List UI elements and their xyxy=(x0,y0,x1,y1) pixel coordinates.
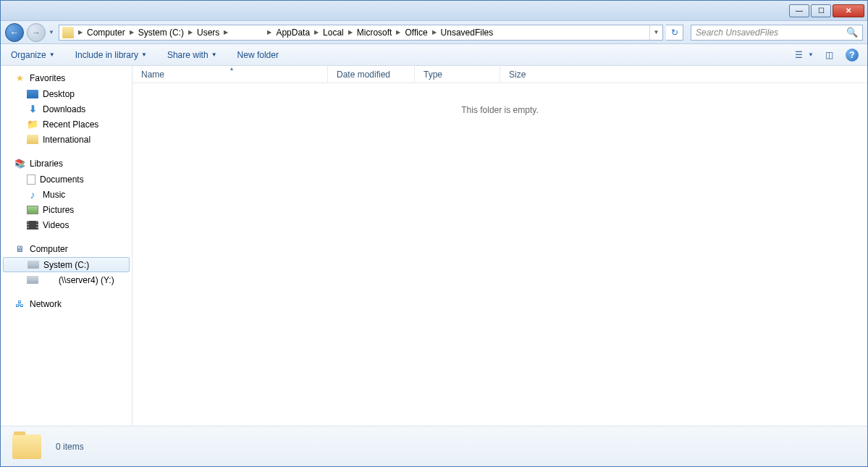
column-header-date[interactable]: Date modified xyxy=(328,66,415,83)
back-button[interactable]: ← xyxy=(5,23,24,42)
navigation-bar: ← → ▼ ▶ Computer ▶ System (C:) ▶ Users ▶… xyxy=(1,21,867,44)
view-icon: ☰ xyxy=(795,50,803,60)
music-icon: ♪ xyxy=(27,189,38,201)
breadcrumb-microsoft[interactable]: Microsoft xyxy=(354,25,395,40)
arrow-left-icon: ← xyxy=(10,28,19,38)
nav-item-international[interactable]: International xyxy=(1,132,132,147)
column-header-name[interactable]: Name xyxy=(132,66,328,83)
breadcrumb-sep[interactable]: ▶ xyxy=(395,29,402,35)
include-in-library-button[interactable]: Include in library ▼ xyxy=(72,48,150,62)
nav-item-videos[interactable]: Videos xyxy=(1,217,132,232)
libraries-icon: 📚 xyxy=(14,158,25,169)
toolbar-right: ☰ ▼ ◫ ? xyxy=(791,47,860,63)
nav-item-music[interactable]: ♪ Music xyxy=(1,187,132,202)
nav-item-pictures[interactable]: Pictures xyxy=(1,202,132,217)
breadcrumb-unsavedfiles[interactable]: UnsavedFiles xyxy=(438,25,497,40)
nav-item-label: Documents xyxy=(40,174,84,185)
help-icon: ? xyxy=(846,49,859,62)
breadcrumb-sep[interactable]: ▶ xyxy=(187,29,194,35)
computer-icon: 🖥 xyxy=(14,243,25,255)
pictures-icon xyxy=(27,206,38,214)
share-with-button[interactable]: Share with ▼ xyxy=(164,48,220,62)
computer-header[interactable]: 🖥 Computer xyxy=(1,241,132,257)
refresh-button[interactable]: ↻ xyxy=(666,25,683,41)
favorites-header[interactable]: ★ Favorites xyxy=(1,70,132,86)
chevron-down-icon: ▼ xyxy=(49,51,55,58)
chevron-down-icon: ▼ xyxy=(211,51,217,58)
drive-icon xyxy=(28,261,39,269)
empty-folder-message: This folder is empty. xyxy=(132,83,867,115)
nav-item-documents[interactable]: Documents xyxy=(1,172,132,187)
arrow-right-icon: → xyxy=(32,28,41,38)
close-button[interactable]: ✕ xyxy=(833,4,864,17)
breadcrumb-local[interactable]: Local xyxy=(320,25,347,40)
search-input[interactable]: Search UnsavedFiles 🔍 xyxy=(691,25,863,41)
command-toolbar: Organize ▼ Include in library ▼ Share wi… xyxy=(1,44,867,66)
folder-icon xyxy=(62,27,74,38)
network-drive-icon xyxy=(27,276,38,284)
item-count-text: 0 items xyxy=(56,442,84,452)
column-header-type[interactable]: Type xyxy=(415,66,500,83)
column-label: Type xyxy=(424,70,442,80)
breadcrumb-users[interactable]: Users xyxy=(194,25,222,40)
search-placeholder: Search UnsavedFiles xyxy=(696,28,778,38)
column-header-size[interactable]: Size xyxy=(500,66,558,83)
preview-pane-button[interactable]: ◫ xyxy=(821,47,837,63)
nav-item-label: Downloads xyxy=(43,104,85,114)
window-titlebar: — ☐ ✕ xyxy=(1,1,867,21)
organize-button[interactable]: Organize ▼ xyxy=(8,48,58,62)
forward-button[interactable]: → xyxy=(27,23,46,42)
nav-item-label: International xyxy=(43,135,90,145)
download-icon: ⬇ xyxy=(27,104,38,115)
newfolder-label: New folder xyxy=(237,50,279,60)
breadcrumb-sep[interactable]: ▶ xyxy=(222,29,229,35)
preview-pane-icon: ◫ xyxy=(825,50,833,60)
breadcrumb-appdata[interactable]: AppData xyxy=(273,25,313,40)
address-bar[interactable]: ▶ Computer ▶ System (C:) ▶ Users ▶ ▶ App… xyxy=(59,25,663,41)
breadcrumb-sep[interactable]: ▶ xyxy=(128,29,135,35)
change-view-button[interactable]: ☰ xyxy=(791,47,806,63)
nav-item-label: System (C:) xyxy=(43,260,89,270)
refresh-icon: ↻ xyxy=(671,28,678,38)
close-icon: ✕ xyxy=(846,7,851,14)
navigation-pane: ★ Favorites Desktop ⬇ Downloads 📁 Recent… xyxy=(1,66,132,426)
breadcrumb-sep[interactable]: ▶ xyxy=(313,29,320,35)
breadcrumb-sep[interactable]: ▶ xyxy=(266,29,273,35)
breadcrumb-computer[interactable]: Computer xyxy=(84,25,128,40)
chevron-down-icon: ▼ xyxy=(141,51,147,58)
nav-item-system-c[interactable]: System (C:) xyxy=(3,257,130,272)
breadcrumb-sep[interactable]: ▶ xyxy=(431,29,438,35)
history-dropdown[interactable]: ▼ xyxy=(49,29,56,35)
nav-item-downloads[interactable]: ⬇ Downloads xyxy=(1,101,132,117)
share-label: Share with xyxy=(167,50,208,60)
maximize-icon: ☐ xyxy=(818,7,825,14)
nav-item-recent-places[interactable]: 📁 Recent Places xyxy=(1,117,132,132)
nav-item-desktop[interactable]: Desktop xyxy=(1,86,132,101)
libraries-header[interactable]: 📚 Libraries xyxy=(1,156,132,172)
include-label: Include in library xyxy=(75,50,138,60)
favorites-label: Favorites xyxy=(30,73,65,83)
folder-icon xyxy=(27,135,38,144)
change-view-dropdown[interactable]: ▼ xyxy=(808,51,814,58)
nav-item-network-drive-y[interactable]: (\\server4) (Y:) xyxy=(1,272,132,287)
folder-large-icon xyxy=(12,434,41,459)
nav-item-label: Videos xyxy=(43,220,69,230)
recent-icon: 📁 xyxy=(27,119,38,130)
breadcrumb-sep[interactable]: ▶ xyxy=(77,29,84,35)
minimize-button[interactable]: — xyxy=(789,4,809,17)
maximize-button[interactable]: ☐ xyxy=(811,4,831,17)
nav-item-label: (\\server4) (Y:) xyxy=(59,275,114,285)
breadcrumb-user[interactable] xyxy=(229,25,266,40)
breadcrumb-sep[interactable]: ▶ xyxy=(347,29,354,35)
address-dropdown[interactable]: ▼ xyxy=(649,25,662,40)
network-label: Network xyxy=(30,299,62,309)
nav-item-label: Desktop xyxy=(43,89,75,99)
breadcrumb-office[interactable]: Office xyxy=(402,25,430,40)
help-button[interactable]: ? xyxy=(844,47,860,63)
new-folder-button[interactable]: New folder xyxy=(235,48,282,62)
details-pane: 0 items xyxy=(1,426,867,466)
network-header[interactable]: 🖧 Network xyxy=(1,296,132,312)
minimize-icon: — xyxy=(796,7,803,14)
computer-label: Computer xyxy=(30,244,68,254)
breadcrumb-system-c[interactable]: System (C:) xyxy=(135,25,187,40)
